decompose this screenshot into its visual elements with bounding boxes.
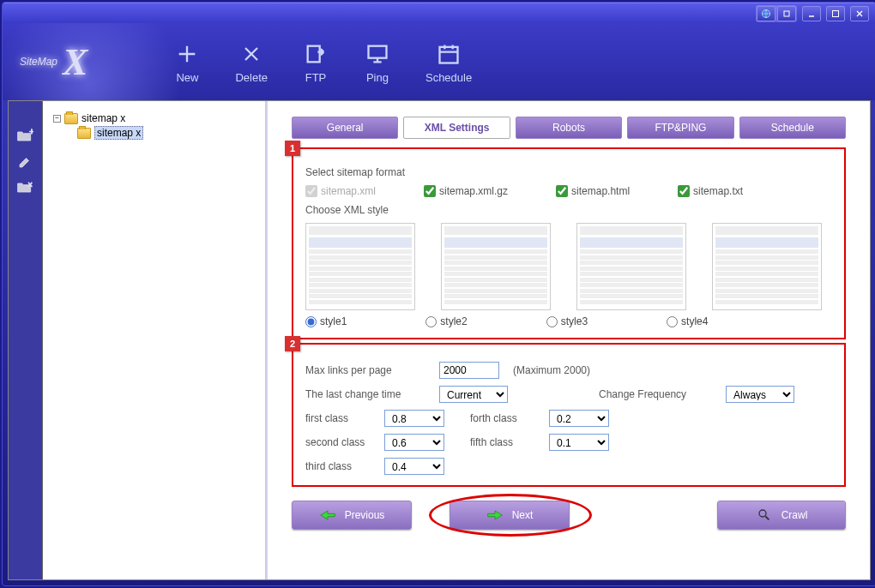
radio-style4[interactable]: style4 bbox=[667, 315, 708, 327]
cb-xmlgz-input[interactable] bbox=[424, 185, 436, 197]
minimize-button[interactable] bbox=[802, 6, 821, 21]
checkbox-sitemap-txt[interactable]: sitemap.txt bbox=[678, 185, 743, 197]
cb-xml-label: sitemap.xml bbox=[321, 185, 376, 197]
radio-style4-input[interactable] bbox=[667, 316, 678, 327]
cb-html-input[interactable] bbox=[556, 185, 568, 197]
second-class-select[interactable]: 0.6 bbox=[384, 434, 444, 451]
tree-panel: − sitemap x sitemap x bbox=[43, 101, 266, 579]
radio-style2-input[interactable] bbox=[425, 316, 437, 327]
toolbar-schedule[interactable]: Schedule bbox=[425, 40, 472, 84]
app-logo: SiteMap X bbox=[20, 40, 88, 84]
fifth-class-label: fifth class bbox=[470, 436, 549, 448]
tab-robots[interactable]: Robots bbox=[516, 117, 622, 139]
change-freq-select[interactable]: Always bbox=[726, 386, 794, 403]
radio-style2[interactable]: style2 bbox=[425, 315, 467, 327]
third-class-label: third class bbox=[305, 460, 384, 472]
tab-xml-settings[interactable]: XML Settings bbox=[403, 117, 510, 139]
section-badge-2: 2 bbox=[285, 336, 300, 351]
search-icon bbox=[756, 508, 773, 522]
header: SiteMap X New Delete FTP Ping Schedu bbox=[3, 23, 875, 100]
radio-style1-input[interactable] bbox=[305, 316, 317, 327]
radio-style1-label: style1 bbox=[320, 315, 347, 327]
first-class-select[interactable]: 0.8 bbox=[384, 410, 444, 427]
tree-root-label: sitemap x bbox=[81, 112, 125, 124]
toolbar-ping-label: Ping bbox=[366, 71, 389, 84]
cb-txt-label: sitemap.txt bbox=[693, 185, 743, 197]
crawl-label: Crawl bbox=[781, 509, 808, 521]
section-settings: 2 Max links per page (Maximum 2000) The … bbox=[292, 343, 846, 487]
section-format: 1 Select sitemap format sitemap.xml site… bbox=[292, 147, 846, 339]
tree-child[interactable]: sitemap x bbox=[77, 125, 255, 141]
tab-ftpping[interactable]: FTP&PING bbox=[627, 117, 733, 139]
format-options: sitemap.xml sitemap.xml.gz sitemap.html … bbox=[305, 185, 832, 197]
tab-schedule[interactable]: Schedule bbox=[739, 117, 846, 139]
svg-rect-14 bbox=[440, 46, 458, 63]
checkbox-sitemap-html[interactable]: sitemap.html bbox=[556, 185, 630, 197]
checkbox-sitemap-xml-gz[interactable]: sitemap.xml.gz bbox=[424, 185, 508, 197]
maximize-button[interactable] bbox=[826, 6, 845, 21]
radio-style2-label: style2 bbox=[440, 315, 467, 327]
tree-toggle-icon[interactable]: − bbox=[53, 115, 61, 123]
svg-text:×: × bbox=[27, 180, 33, 189]
titlebar-aux-group bbox=[756, 5, 797, 22]
previous-label: Previous bbox=[345, 509, 385, 521]
close-button[interactable] bbox=[850, 6, 869, 21]
footer-buttons: Previous Next Crawl bbox=[292, 501, 846, 530]
svg-line-21 bbox=[765, 516, 769, 519]
edit-icon[interactable] bbox=[14, 153, 36, 171]
radio-style3-input[interactable] bbox=[546, 316, 558, 327]
previous-button[interactable]: Previous bbox=[292, 501, 412, 530]
toolbar-delete[interactable]: Delete bbox=[235, 40, 268, 84]
max-links-input[interactable] bbox=[439, 362, 499, 379]
svg-point-20 bbox=[759, 510, 766, 517]
toolbar-schedule-label: Schedule bbox=[425, 71, 472, 84]
logo-text: SiteMap bbox=[20, 56, 57, 68]
toolbar-ftp[interactable]: FTP bbox=[302, 40, 329, 84]
style-thumb-1[interactable] bbox=[305, 223, 415, 310]
tabs: General XML Settings Robots FTP&PING Sch… bbox=[292, 117, 846, 139]
style-thumb-4[interactable] bbox=[712, 223, 822, 310]
cb-xml-input bbox=[305, 185, 317, 197]
toolbar-new[interactable]: New bbox=[173, 40, 201, 84]
tab-general[interactable]: General bbox=[292, 117, 398, 139]
style-thumb-3[interactable] bbox=[576, 223, 686, 310]
restore-button[interactable] bbox=[777, 6, 796, 21]
forth-class-select[interactable]: 0.2 bbox=[549, 410, 609, 427]
class-priority-grid: first class 0.8 forth class 0.2 second c… bbox=[305, 410, 832, 475]
section-badge-1: 1 bbox=[285, 141, 300, 156]
toolbar-new-label: New bbox=[176, 71, 198, 84]
export-icon bbox=[302, 40, 329, 68]
cb-txt-input[interactable] bbox=[678, 185, 690, 197]
last-change-select[interactable]: Current bbox=[439, 386, 508, 403]
globe-button[interactable] bbox=[757, 6, 775, 21]
style-thumb-2[interactable] bbox=[441, 223, 551, 310]
app-window: SiteMap X New Delete FTP Ping Schedu bbox=[2, 2, 875, 586]
select-format-label: Select sitemap format bbox=[305, 166, 832, 178]
delete-folder-icon[interactable]: × bbox=[14, 178, 36, 197]
svg-rect-11 bbox=[368, 45, 386, 57]
toolbar-ping[interactable]: Ping bbox=[364, 40, 391, 84]
style-radios: style1 style2 style3 style4 bbox=[305, 315, 832, 327]
svg-rect-10 bbox=[308, 45, 320, 62]
folder-icon bbox=[64, 113, 78, 124]
radio-style3[interactable]: style3 bbox=[546, 315, 588, 327]
svg-rect-1 bbox=[784, 11, 789, 16]
cb-html-label: sitemap.html bbox=[571, 185, 630, 197]
last-change-label: The last change time bbox=[305, 388, 425, 400]
monitor-icon bbox=[364, 40, 391, 68]
crawl-button[interactable]: Crawl bbox=[717, 501, 846, 530]
tree-root[interactable]: − sitemap x bbox=[53, 111, 255, 125]
toolbar-ftp-label: FTP bbox=[305, 71, 327, 84]
titlebar bbox=[3, 3, 875, 23]
change-freq-label: Change Frequency bbox=[599, 388, 686, 400]
max-links-label: Max links per page bbox=[305, 364, 425, 376]
forth-class-label: forth class bbox=[470, 412, 549, 424]
third-class-select[interactable]: 0.4 bbox=[384, 458, 444, 475]
radio-style4-label: style4 bbox=[681, 315, 708, 327]
content-panel: General XML Settings Robots FTP&PING Sch… bbox=[266, 101, 870, 579]
fifth-class-select[interactable]: 0.1 bbox=[549, 434, 609, 451]
radio-style3-label: style3 bbox=[561, 315, 588, 327]
radio-style1[interactable]: style1 bbox=[305, 315, 347, 327]
next-button[interactable]: Next bbox=[450, 501, 570, 530]
add-folder-icon[interactable]: + bbox=[14, 127, 36, 146]
